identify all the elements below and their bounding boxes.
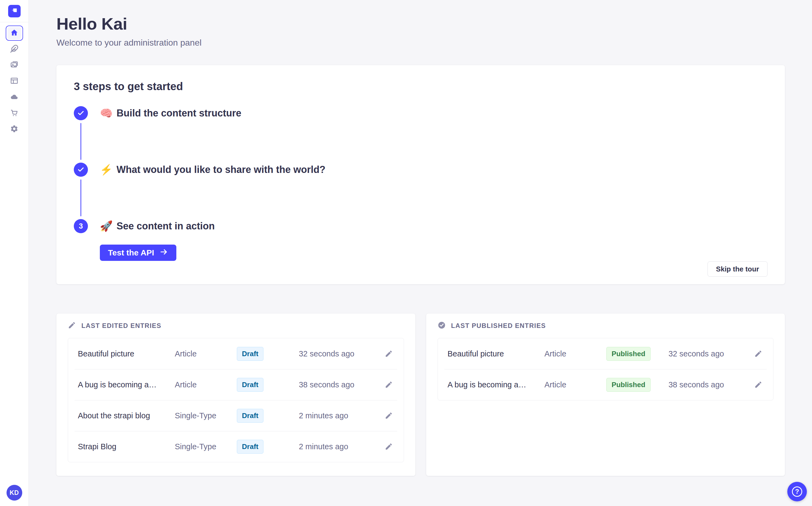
entry-type: Article (544, 380, 607, 389)
question-mark-icon: ? (792, 487, 802, 497)
pencil-icon (754, 350, 763, 358)
last-published-panel: LAST PUBLISHED ENTRIES Beautiful picture… (426, 314, 785, 476)
table-row: About the strapi blog Single-Type Draft … (68, 400, 404, 431)
sidebar: KD (0, 0, 29, 506)
pencil-icon (385, 412, 393, 420)
sidebar-item-home[interactable] (6, 25, 23, 41)
table-row: Beautiful picture Article Draft 32 secon… (68, 338, 404, 369)
step-row-2: ⚡ What would you like to share with the … (74, 163, 768, 177)
entry-name: A bug is becoming a… (448, 380, 544, 389)
entry-name: About the strapi blog (78, 411, 175, 420)
sidebar-item-content-type-builder[interactable] (6, 74, 23, 89)
status-badge: Draft (237, 347, 264, 361)
table-row: Strapi Blog Single-Type Draft 2 minutes … (68, 431, 404, 462)
last-published-header: LAST PUBLISHED ENTRIES (438, 321, 774, 330)
step-row-3: 3 🚀 See content in action (74, 219, 768, 233)
page-title: Hello Kai (57, 14, 785, 33)
table-row: Beautiful picture Article Published 32 s… (438, 338, 774, 369)
edit-entry-button[interactable] (384, 410, 394, 421)
layout-icon (10, 77, 18, 86)
main-content: Hello Kai Welcome to your administration… (29, 0, 812, 506)
page-subtitle: Welcome to your administration panel (57, 38, 785, 48)
status-badge: Published (606, 378, 650, 392)
onboarding-steps: 🧠 Build the content structure ⚡ What wou… (74, 106, 768, 261)
test-api-button[interactable]: Test the API (100, 245, 176, 261)
step-connector (80, 123, 81, 160)
step-2-label: ⚡ What would you like to share with the … (100, 164, 325, 175)
edit-entry-button[interactable] (384, 349, 394, 359)
sidebar-item-media-library[interactable] (6, 58, 23, 73)
entry-name: Beautiful picture (448, 349, 544, 358)
edit-entry-button[interactable] (753, 380, 764, 390)
entry-name: Beautiful picture (78, 349, 175, 358)
status-badge: Draft (237, 409, 264, 423)
user-avatar[interactable]: KD (6, 485, 22, 501)
help-button[interactable]: ? (787, 482, 807, 501)
feather-icon (10, 45, 18, 54)
lightning-emoji-icon: ⚡ (100, 165, 113, 175)
edit-entry-button[interactable] (753, 349, 764, 359)
entry-time: 2 minutes ago (299, 442, 380, 451)
last-published-table: Beautiful picture Article Published 32 s… (438, 338, 774, 400)
table-row: A bug is becoming a… Article Published 3… (438, 369, 774, 400)
step-3-number: 3 (74, 219, 88, 233)
entry-name: Strapi Blog (78, 442, 175, 451)
sidebar-item-marketplace[interactable] (6, 106, 23, 121)
status-badge: Draft (237, 378, 264, 392)
entry-type: Single-Type (175, 442, 237, 451)
last-published-title: LAST PUBLISHED ENTRIES (451, 322, 546, 330)
home-icon (10, 28, 18, 38)
pencil-icon (385, 442, 393, 451)
strapi-logo-button[interactable] (8, 5, 21, 17)
entry-type: Article (175, 380, 237, 389)
sidebar-divider (0, 22, 29, 22)
sidebar-item-settings[interactable] (6, 121, 23, 137)
step-row-1: 🧠 Build the content structure (74, 106, 768, 120)
skip-tour-button[interactable]: Skip the tour (708, 261, 768, 277)
edit-entry-button[interactable] (384, 441, 394, 452)
pencil-icon (754, 381, 763, 389)
pencil-icon (385, 381, 393, 389)
step-1-check-icon (74, 106, 88, 120)
sidebar-item-content-manager[interactable] (6, 41, 23, 57)
step-connector (80, 179, 81, 216)
table-row: A bug is becoming a… Article Draft 38 se… (68, 369, 404, 400)
cloud-icon (10, 93, 18, 102)
cart-icon (10, 108, 18, 118)
media-library-icon (10, 61, 18, 70)
edit-entry-button[interactable] (384, 380, 394, 390)
entry-name: A bug is becoming a… (78, 380, 175, 389)
last-edited-panel: LAST EDITED ENTRIES Beautiful picture Ar… (57, 314, 415, 476)
entry-time: 32 seconds ago (299, 349, 380, 358)
pencil-icon (385, 350, 393, 358)
last-edited-table: Beautiful picture Article Draft 32 secon… (68, 338, 404, 462)
entry-time: 32 seconds ago (669, 349, 750, 358)
pencil-icon (68, 321, 76, 330)
step-3-label: 🚀 See content in action (100, 221, 215, 232)
brain-emoji-icon: 🧠 (100, 108, 113, 118)
entries-panels: LAST EDITED ENTRIES Beautiful picture Ar… (57, 314, 785, 476)
last-edited-header: LAST EDITED ENTRIES (68, 321, 404, 330)
page-header: Hello Kai Welcome to your administration… (57, 14, 785, 48)
status-badge: Published (606, 347, 650, 361)
rocket-emoji-icon: 🚀 (100, 221, 113, 231)
arrow-right-icon (160, 248, 168, 258)
check-circle-icon (438, 321, 446, 330)
skip-row: Skip the tour (74, 261, 768, 277)
gear-icon (10, 124, 18, 134)
entry-time: 38 seconds ago (299, 380, 380, 389)
onboarding-title: 3 steps to get started (74, 80, 768, 93)
entry-time: 38 seconds ago (669, 380, 750, 389)
strapi-logo-icon (10, 7, 18, 16)
entry-type: Article (544, 349, 607, 358)
step-1-label: 🧠 Build the content structure (100, 107, 241, 119)
entry-time: 2 minutes ago (299, 411, 380, 420)
last-edited-title: LAST EDITED ENTRIES (81, 322, 162, 330)
onboarding-card: 3 steps to get started 🧠 Build the conte… (57, 65, 785, 284)
entry-type: Single-Type (175, 411, 237, 420)
sidebar-item-deploy[interactable] (6, 90, 23, 105)
cta-row: Test the API (100, 245, 768, 261)
entry-type: Article (175, 349, 237, 358)
step-2-check-icon (74, 163, 88, 177)
status-badge: Draft (237, 440, 264, 453)
